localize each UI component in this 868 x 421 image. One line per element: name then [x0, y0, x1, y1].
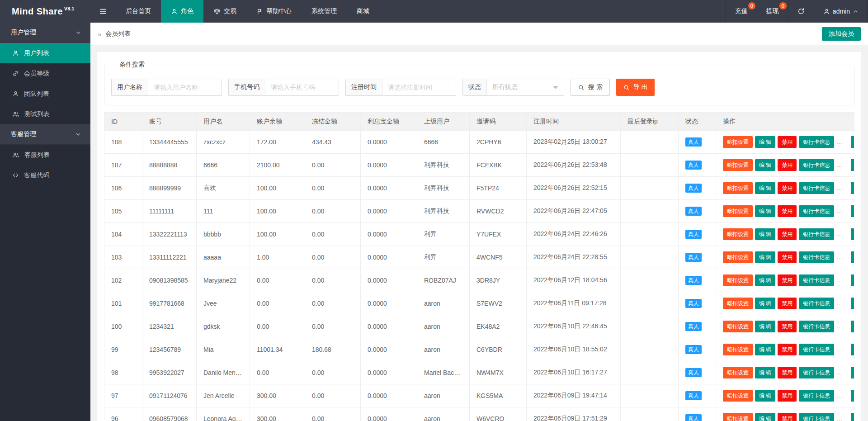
disable-button[interactable]: 禁用 [778, 390, 797, 402]
refresh-button[interactable] [788, 0, 814, 23]
top-nav-item-system[interactable]: 系统管理 [302, 0, 347, 23]
sidebar-item-user-list[interactable]: 用户列表 [0, 43, 90, 63]
more-actions[interactable]: ... [836, 323, 842, 330]
more-actions[interactable]: ... [836, 139, 842, 145]
edit-button[interactable]: 编 辑 [755, 228, 775, 240]
edit-button[interactable]: 编 辑 [755, 136, 775, 148]
clipped-action-button[interactable] [851, 321, 854, 332]
disable-button[interactable]: 禁用 [778, 228, 797, 240]
hidden-deduction-button[interactable]: 暗扣设置 [723, 251, 753, 263]
bank-card-info-button[interactable]: 银行卡信息 [799, 413, 834, 421]
clipped-action-button[interactable] [851, 390, 854, 402]
more-actions[interactable]: ... [836, 277, 842, 284]
top-nav-item-trade[interactable]: 交易 [203, 0, 246, 23]
more-actions[interactable]: ... [836, 254, 842, 260]
hidden-deduction-button[interactable]: 暗扣设置 [723, 321, 753, 332]
disable-button[interactable]: 禁用 [778, 344, 797, 355]
more-actions[interactable]: ... [836, 300, 842, 307]
bank-card-info-button[interactable]: 银行卡信息 [799, 251, 834, 263]
edit-button[interactable]: 编 辑 [755, 413, 775, 421]
edit-button[interactable]: 编 辑 [755, 205, 775, 217]
more-actions[interactable]: ... [836, 231, 842, 237]
disable-button[interactable]: 禁用 [778, 298, 797, 309]
status-select[interactable]: 所有状态 [487, 79, 564, 95]
more-actions[interactable]: ... [836, 208, 842, 214]
bank-card-info-button[interactable]: 银行卡信息 [799, 274, 834, 286]
top-nav-item-help-center[interactable]: 帮助中心 [246, 0, 302, 23]
bank-card-info-button[interactable]: 银行卡信息 [799, 159, 834, 171]
bank-card-info-button[interactable]: 银行卡信息 [799, 298, 834, 309]
edit-button[interactable]: 编 辑 [755, 251, 775, 263]
disable-button[interactable]: 禁用 [778, 367, 797, 378]
more-actions[interactable]: ... [836, 185, 842, 191]
edit-button[interactable]: 编 辑 [755, 274, 775, 286]
clipped-action-button[interactable] [851, 136, 854, 148]
hidden-deduction-button[interactable]: 暗扣设置 [723, 228, 753, 240]
status-badge[interactable]: 真人 [685, 276, 702, 285]
hidden-deduction-button[interactable]: 暗扣设置 [723, 298, 753, 309]
sidebar-item-service-list[interactable]: 客服列表 [0, 145, 90, 165]
status-badge[interactable]: 真人 [685, 230, 702, 239]
hidden-deduction-button[interactable]: 暗扣设置 [723, 274, 753, 286]
sidebar-item-team-list[interactable]: 团队列表 [0, 84, 90, 104]
status-badge[interactable]: 真人 [685, 137, 702, 147]
clipped-action-button[interactable] [851, 413, 854, 421]
edit-button[interactable]: 编 辑 [755, 321, 775, 332]
top-nav-item-mall[interactable]: 商城 [347, 0, 379, 23]
clipped-action-button[interactable] [851, 228, 854, 240]
status-badge[interactable]: 真人 [685, 184, 702, 193]
clipped-action-button[interactable] [851, 205, 854, 217]
edit-button[interactable]: 编 辑 [755, 182, 775, 194]
user-menu[interactable]: admin [814, 0, 868, 23]
phone-input[interactable] [265, 79, 339, 95]
sidebar-group-service-management[interactable]: 客服管理 [0, 124, 90, 145]
hidden-deduction-button[interactable]: 暗扣设置 [723, 205, 753, 217]
search-button[interactable]: 搜 索 [571, 79, 610, 96]
more-actions[interactable]: ... [836, 393, 842, 399]
bank-card-info-button[interactable]: 银行卡信息 [799, 205, 834, 217]
hidden-deduction-button[interactable]: 暗扣设置 [723, 367, 753, 378]
status-badge[interactable]: 真人 [685, 253, 702, 262]
disable-button[interactable]: 禁用 [778, 205, 797, 217]
disable-button[interactable]: 禁用 [778, 251, 797, 263]
register-time-input[interactable] [382, 79, 456, 95]
sidebar-item-test-list[interactable]: 测试列表 [0, 104, 90, 124]
status-badge[interactable]: 真人 [685, 161, 702, 170]
hidden-deduction-button[interactable]: 暗扣设置 [723, 182, 753, 194]
bank-card-info-button[interactable]: 银行卡信息 [799, 228, 834, 240]
clipped-action-button[interactable] [851, 159, 854, 171]
username-input[interactable] [148, 79, 222, 95]
clipped-action-button[interactable] [851, 182, 854, 194]
bank-card-info-button[interactable]: 银行卡信息 [799, 136, 834, 148]
more-actions[interactable]: ... [836, 416, 842, 421]
top-nav-item-roles[interactable]: 角色 [161, 0, 203, 23]
disable-button[interactable]: 禁用 [778, 136, 797, 148]
top-nav-item-dashboard[interactable]: 后台首页 [116, 0, 161, 23]
status-badge[interactable]: 真人 [685, 299, 702, 308]
bank-card-info-button[interactable]: 银行卡信息 [799, 367, 834, 378]
edit-button[interactable]: 编 辑 [755, 367, 775, 378]
clipped-action-button[interactable] [851, 251, 854, 263]
disable-button[interactable]: 禁用 [778, 159, 797, 171]
more-actions[interactable]: ... [836, 162, 842, 168]
status-badge[interactable]: 真人 [685, 207, 702, 216]
edit-button[interactable]: 编 辑 [755, 390, 775, 402]
disable-button[interactable]: 禁用 [778, 413, 797, 421]
edit-button[interactable]: 编 辑 [755, 159, 775, 171]
status-badge[interactable]: 真人 [685, 391, 702, 400]
bank-card-info-button[interactable]: 银行卡信息 [799, 390, 834, 402]
withdraw-button[interactable]: 提现 0 [757, 0, 788, 23]
bank-card-info-button[interactable]: 银行卡信息 [799, 321, 834, 332]
add-member-button[interactable]: 添加会员 [822, 27, 861, 41]
status-badge[interactable]: 真人 [685, 368, 702, 377]
bank-card-info-button[interactable]: 银行卡信息 [799, 182, 834, 194]
status-badge[interactable]: 真人 [685, 322, 702, 331]
recharge-button[interactable]: 充值 0 [726, 0, 757, 23]
more-actions[interactable]: ... [836, 369, 842, 376]
sidebar-group-user-management[interactable]: 用户管理 [0, 23, 90, 43]
clipped-action-button[interactable] [851, 298, 854, 309]
disable-button[interactable]: 禁用 [778, 274, 797, 286]
clipped-action-button[interactable] [851, 274, 854, 286]
disable-button[interactable]: 禁用 [778, 182, 797, 194]
hidden-deduction-button[interactable]: 暗扣设置 [723, 136, 753, 148]
